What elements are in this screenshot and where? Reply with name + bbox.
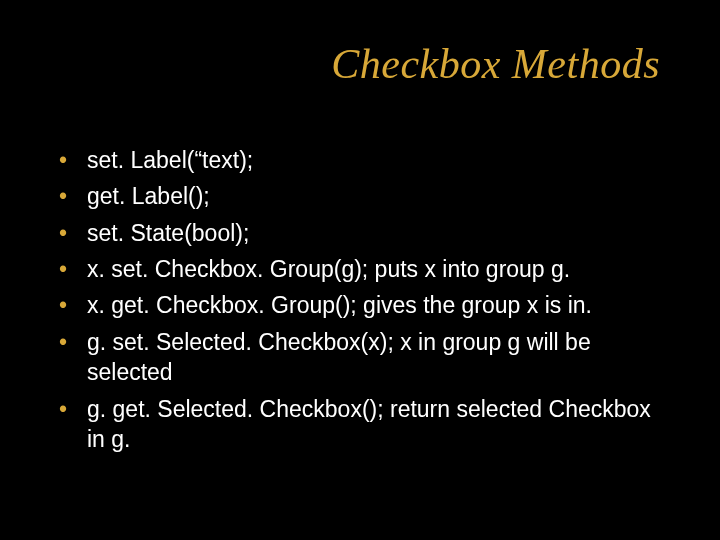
list-item: set. Label(“text); <box>55 145 665 175</box>
list-item: set. State(bool); <box>55 218 665 248</box>
slide: Checkbox Methods set. Label(“text); get.… <box>0 0 720 540</box>
slide-title: Checkbox Methods <box>331 40 660 88</box>
slide-body: set. Label(“text); get. Label(); set. St… <box>55 145 665 460</box>
list-item: g. get. Selected. Checkbox(); return sel… <box>55 394 665 455</box>
list-item: x. set. Checkbox. Group(g); puts x into … <box>55 254 665 284</box>
list-item: g. set. Selected. Checkbox(x); x in grou… <box>55 327 665 388</box>
list-item: get. Label(); <box>55 181 665 211</box>
bullet-list: set. Label(“text); get. Label(); set. St… <box>55 145 665 454</box>
list-item: x. get. Checkbox. Group(); gives the gro… <box>55 290 665 320</box>
